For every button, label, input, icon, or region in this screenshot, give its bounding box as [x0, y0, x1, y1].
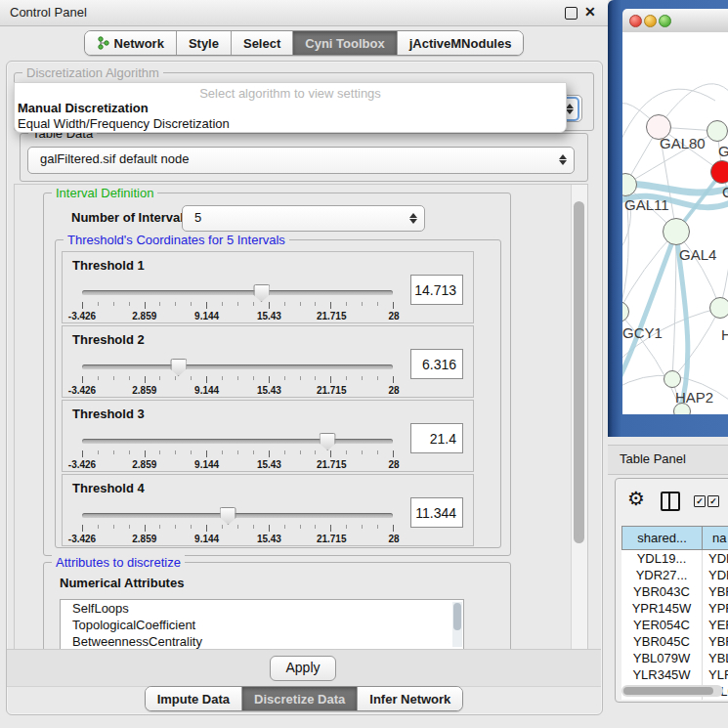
threshold-3-value[interactable]: 21.4	[410, 423, 463, 453]
table-row[interactable]: YBR045CYBR0	[621, 633, 728, 650]
table-panel-window: ⚙ ✓ ✓ shared... na YDL19...YDL1 YDR27...…	[615, 478, 728, 703]
table-row[interactable]: YBL079WYBL0	[621, 650, 728, 666]
threshold-2-value[interactable]: 6.316	[410, 349, 463, 379]
columns-icon[interactable]	[661, 492, 680, 511]
slider-thumb[interactable]	[220, 507, 236, 525]
threshold-3-label: Threshold 3	[72, 407, 145, 421]
gear-icon[interactable]: ⚙	[627, 487, 645, 510]
dropdown-option-equal-width[interactable]: Equal Width/Frequency Discretization	[18, 116, 230, 131]
node-gal4[interactable]	[663, 218, 690, 245]
scrollbar-thumb[interactable]	[574, 201, 584, 543]
apply-strip: Apply	[7, 649, 601, 687]
threshold-2-label: Threshold 2	[72, 332, 145, 347]
settings-viewport: Interval Definition Number of Intervals …	[14, 184, 588, 651]
node-h[interactable]	[709, 297, 728, 319]
tab-impute-data[interactable]: Impute Data	[146, 687, 242, 710]
table-row[interactable]: YLR345WYLR3	[621, 666, 728, 683]
network-canvas[interactable]: GAL80 GA C GAL11 GAL4 GCY1 H HAP2	[622, 32, 728, 414]
slider-thumb[interactable]	[170, 359, 187, 376]
node-label: GAL80	[660, 135, 706, 151]
node-label: GAL11	[624, 196, 669, 213]
slider-thumb[interactable]	[320, 433, 336, 450]
table-horizontal-scrollbar[interactable]	[621, 685, 723, 697]
control-panel-titlebar: Control Panel ✕	[0, 0, 608, 26]
tab-jactivemnodules[interactable]: jActiveMNodules	[398, 31, 524, 55]
settings-scrollbar[interactable]	[571, 185, 587, 650]
table-row[interactable]: YPR145WYPR1	[621, 600, 728, 617]
node-label: GCY1	[622, 324, 663, 341]
list-item[interactable]: SelfLoops	[61, 600, 463, 617]
table-row[interactable]: YBR043CYBR0	[621, 583, 728, 600]
threshold-4-value[interactable]: 11.344	[410, 497, 463, 528]
algorithm-dropdown-popup: Select algorithm to view settings Manual…	[14, 82, 567, 133]
threshold-1-value[interactable]: 14.713	[410, 275, 463, 305]
bottom-tab-row: Impute Data Discretize Data Infer Networ…	[0, 686, 608, 711]
network-window-titlebar	[622, 9, 728, 33]
table-row[interactable]: YDL19...YDL1	[621, 550, 728, 567]
minimize-traffic-light-icon[interactable]	[644, 15, 657, 27]
top-tab-row: Network Style Select Cyni Toolbox jActiv…	[0, 30, 608, 56]
combo-stepper-icon[interactable]	[405, 208, 421, 228]
tab-discretize-data[interactable]: Discretize Data	[242, 687, 358, 710]
attributes-group-title: Attributes to discretize	[52, 555, 185, 570]
threshold-panel-4: Threshold 4 -3.4262.859 9.14415.43 21.71…	[62, 474, 474, 546]
zoom-traffic-light-icon[interactable]	[659, 15, 671, 27]
threshold-4-label: Threshold 4	[72, 481, 145, 495]
discretization-algorithm-title: Discretization Algorithm	[22, 65, 163, 80]
table-body: YDL19...YDL1 YDR27...YDR2 YBR043CYBR0 YP…	[621, 550, 728, 700]
tab-cyni-toolbox[interactable]: Cyni Toolbox	[293, 31, 397, 55]
number-of-intervals-label: Number of Intervals	[71, 210, 191, 225]
numerical-attributes-label: Numerical Attributes	[60, 576, 184, 590]
slider-track[interactable]	[82, 439, 393, 444]
table-row[interactable]: YDR27...YDR2	[621, 567, 728, 583]
panel-title: Control Panel	[10, 5, 87, 20]
tab-style[interactable]: Style	[177, 31, 232, 55]
threshold-panel-2: Threshold 2 -3.4262.859 9.14415.43 21.71…	[62, 325, 474, 398]
column-header-shared[interactable]: shared...	[621, 526, 703, 550]
list-scrollbar[interactable]	[452, 602, 462, 647]
table-panel-titlebar: Table Panel	[608, 445, 728, 475]
list-item[interactable]: TopologicalCoefficient	[61, 617, 463, 633]
table-data-combo[interactable]: galFiltered.sif default node	[27, 147, 575, 174]
checkbox-icon[interactable]: ✓	[707, 495, 719, 507]
scrollbar-thumb[interactable]	[623, 687, 713, 695]
threshold-panel-3: Threshold 3 -3.4262.859 9.14415.43 21.71…	[62, 400, 474, 472]
threshold-1-label: Threshold 1	[72, 258, 145, 273]
apply-button[interactable]: Apply	[270, 656, 336, 681]
float-window-icon[interactable]	[565, 7, 578, 20]
close-traffic-light-icon[interactable]	[629, 15, 642, 27]
interval-definition-title: Interval Definition	[52, 186, 157, 200]
node-label: H	[721, 326, 728, 343]
node-top-right[interactable]	[707, 120, 728, 142]
network-window: GAL80 GA C GAL11 GAL4 GCY1 H HAP2	[608, 0, 728, 437]
table-panel-title: Table Panel	[620, 451, 686, 466]
table-row[interactable]: YER054CYER0	[621, 617, 728, 633]
dropdown-hint: Select algorithm to view settings	[15, 86, 566, 101]
thresholds-group-title: Threshold's Coordinates for 5 Intervals	[64, 233, 289, 247]
tab-select[interactable]: Select	[232, 31, 293, 55]
threshold-panel-1: Threshold 1 -3.4262.859 9.14415.43 21.71…	[62, 251, 474, 323]
table-header-row: shared... na	[621, 526, 728, 550]
checkbox-icon[interactable]: ✓	[694, 495, 706, 507]
tab-infer-network[interactable]: Infer Network	[358, 687, 462, 710]
network-icon	[97, 36, 109, 50]
node-label: GA	[718, 143, 728, 159]
node-highlighted-red[interactable]	[710, 160, 728, 184]
list-item[interactable]: BetweennessCentrality	[61, 633, 463, 650]
combo-stepper-icon[interactable]	[554, 150, 571, 170]
node-label: GAL4	[679, 246, 716, 263]
dropdown-option-manual[interactable]: Manual Discretization	[18, 101, 149, 115]
slider-track[interactable]	[82, 364, 393, 369]
number-of-intervals-combo[interactable]: 5	[182, 205, 425, 232]
close-icon[interactable]: ✕	[584, 4, 596, 20]
node-label: HAP2	[675, 389, 713, 406]
column-header-name[interactable]: na	[703, 526, 728, 550]
tab-network[interactable]: Network	[85, 31, 177, 55]
slider-track[interactable]	[82, 513, 393, 518]
node-hap2[interactable]	[664, 370, 681, 388]
numerical-attributes-list[interactable]: SelfLoops TopologicalCoefficient Between…	[60, 599, 464, 651]
node-label: C	[722, 184, 728, 200]
slider-thumb[interactable]	[253, 284, 270, 302]
slider-track[interactable]	[82, 290, 393, 295]
